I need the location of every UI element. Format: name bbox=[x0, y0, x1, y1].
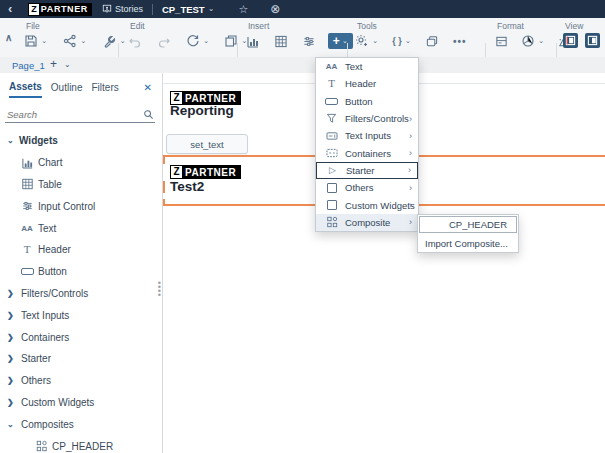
insert-chart-button[interactable] bbox=[244, 34, 262, 49]
insert-table-button[interactable] bbox=[272, 34, 290, 49]
menu-item-text[interactable]: AA Text bbox=[316, 58, 418, 75]
menu-item-button[interactable]: Button bbox=[316, 93, 418, 110]
document-title-caret-icon[interactable]: ⌄ bbox=[208, 4, 215, 13]
panel-resize-handle[interactable]: •••• bbox=[158, 281, 161, 297]
tree-group-filters-controls[interactable]: ❯ Filters/Controls bbox=[0, 283, 162, 305]
save-caret-icon[interactable]: ⌄ bbox=[41, 36, 47, 45]
lane2-header-title[interactable]: Test2 bbox=[170, 179, 204, 194]
search-icon bbox=[143, 109, 154, 120]
brand-logo: Z PARTNER bbox=[170, 165, 241, 179]
search-box[interactable] bbox=[5, 106, 155, 123]
toggle-right-panel-button[interactable] bbox=[585, 33, 600, 48]
document-title[interactable]: CP_TEST bbox=[162, 4, 205, 15]
chevron-down-icon[interactable]: ⌄ bbox=[7, 136, 17, 145]
menu-item-filters-controls[interactable]: Filters/Controls › bbox=[316, 110, 418, 127]
tree-group-others[interactable]: ❯ Others bbox=[0, 370, 162, 392]
tab-outline[interactable]: Outline bbox=[51, 82, 83, 97]
insert-add-button[interactable]: + ⌄ bbox=[328, 33, 353, 49]
chevron-right-icon[interactable]: ❯ bbox=[7, 289, 17, 298]
toggle-left-panel-button[interactable] bbox=[563, 33, 578, 48]
tree-group-custom-widgets[interactable]: ❯ Custom Widgets bbox=[0, 392, 162, 414]
add-page-caret-icon[interactable]: ⌄ bbox=[64, 60, 71, 69]
color-settings-button[interactable]: ⌄ bbox=[519, 33, 546, 49]
undo-button[interactable] bbox=[126, 34, 144, 49]
file-tools-button[interactable]: ⌄ bbox=[101, 33, 128, 49]
left-panel-icon bbox=[565, 35, 576, 46]
tree-item-cp-header[interactable]: CP_HEADER bbox=[0, 435, 162, 453]
input-control-icon bbox=[302, 35, 316, 48]
tree-item-label: Button bbox=[38, 266, 67, 277]
menu-item-containers[interactable]: Containers › bbox=[316, 144, 418, 161]
menu-item-text-inputs[interactable]: Text Inputs › bbox=[316, 127, 418, 144]
linked-analysis-caret-icon[interactable]: ⌄ bbox=[372, 36, 378, 45]
refresh-button[interactable]: ⌄ bbox=[184, 33, 211, 49]
tree-item-chart[interactable]: Chart bbox=[0, 152, 162, 174]
tree-item-text[interactable]: AA Text bbox=[0, 217, 162, 239]
search-input[interactable] bbox=[5, 108, 143, 121]
chevron-down-icon[interactable]: ⌄ bbox=[7, 420, 17, 429]
insert-input-control-button[interactable] bbox=[300, 34, 318, 49]
save-button[interactable]: ⌄ bbox=[22, 33, 49, 49]
plus-icon: + bbox=[333, 35, 340, 47]
color-settings-caret-icon[interactable]: ⌄ bbox=[538, 36, 544, 45]
menu-item-header[interactable]: T Header bbox=[316, 75, 418, 92]
brand-logo-name: PARTNER bbox=[41, 5, 88, 14]
tree-item-table[interactable]: Table bbox=[0, 174, 162, 196]
tree-item-button[interactable]: Button bbox=[0, 261, 162, 283]
submenu-arrow-icon: › bbox=[409, 200, 412, 210]
topbar-divider bbox=[152, 4, 153, 15]
submenu-item-import-composite[interactable]: Import Composite... bbox=[418, 234, 518, 252]
story-details-button[interactable] bbox=[493, 34, 510, 49]
menu-item-label: Header bbox=[345, 78, 376, 89]
share-button[interactable]: ⌄ bbox=[61, 33, 88, 49]
lane1-header-title[interactable]: Reporting bbox=[170, 103, 234, 118]
script-button[interactable]: { } ⌄ bbox=[390, 35, 413, 47]
table-icon bbox=[274, 35, 288, 48]
menu-item-custom-widgets[interactable]: Custom Widgets › bbox=[316, 196, 418, 213]
tree-group-starter[interactable]: ❯ Starter bbox=[0, 348, 162, 370]
chevron-right-icon[interactable]: ❯ bbox=[7, 333, 17, 342]
refresh-caret-icon[interactable]: ⌄ bbox=[203, 36, 209, 45]
menu-item-composite[interactable]: Composite › bbox=[316, 214, 418, 231]
linked-analysis-button[interactable]: ⌄ bbox=[353, 33, 380, 49]
group-label-insert: Insert bbox=[248, 21, 269, 31]
share-caret-icon[interactable]: ⌄ bbox=[80, 36, 86, 45]
favorite-star-icon[interactable]: ☆ bbox=[238, 3, 248, 16]
menu-item-others[interactable]: Others › bbox=[316, 179, 418, 196]
chevron-right-icon[interactable]: ❯ bbox=[7, 354, 17, 363]
lane2-selection-tick bbox=[163, 181, 165, 193]
tree-group-widgets[interactable]: ⌄ Widgets bbox=[0, 130, 162, 152]
redo-button[interactable] bbox=[155, 34, 173, 49]
cascade-windows-button[interactable] bbox=[423, 34, 441, 49]
wrench-icon bbox=[103, 34, 117, 48]
more-options-button[interactable]: ••• bbox=[451, 35, 469, 48]
add-page-button[interactable]: + bbox=[50, 57, 57, 71]
close-story-icon[interactable]: ⊗ bbox=[270, 2, 280, 16]
close-panel-icon[interactable]: ✕ bbox=[144, 82, 152, 93]
header-icon: T bbox=[328, 78, 335, 89]
tree-group-composites[interactable]: ⌄ Composites bbox=[0, 413, 162, 435]
chevron-right-icon[interactable]: ❯ bbox=[7, 311, 17, 320]
lane2-logo-widget[interactable]: Z PARTNER bbox=[170, 161, 241, 179]
tree-group-text-inputs[interactable]: ❯ Text Inputs bbox=[0, 304, 162, 326]
script-caret-icon[interactable]: ⌄ bbox=[405, 36, 411, 45]
tree-group-label: Composites bbox=[21, 419, 74, 430]
tree-group-containers[interactable]: ❯ Containers bbox=[0, 326, 162, 348]
tree-item-label: Text bbox=[38, 223, 56, 234]
file-tools-caret-icon[interactable]: ⌄ bbox=[120, 36, 126, 45]
menu-item-starter[interactable]: ▷ Starter › bbox=[316, 162, 418, 179]
chevron-right-icon[interactable]: ❯ bbox=[7, 376, 17, 385]
chevron-right-icon[interactable]: ❯ bbox=[7, 398, 17, 407]
tab-filters[interactable]: Filters bbox=[92, 82, 119, 97]
widget-tree: ⌄ Widgets Chart Table Input Control AA T… bbox=[0, 130, 162, 453]
tree-group-label: Others bbox=[21, 375, 51, 386]
collapse-toolbar-icon[interactable]: ∧ bbox=[5, 32, 12, 43]
tree-item-label: Chart bbox=[38, 157, 62, 168]
tab-assets[interactable]: Assets bbox=[9, 81, 42, 98]
set-text-button[interactable]: set_text bbox=[166, 134, 248, 154]
tree-item-header[interactable]: T Header bbox=[0, 239, 162, 261]
container-icon bbox=[326, 148, 338, 158]
tree-item-input-control[interactable]: Input Control bbox=[0, 195, 162, 217]
submenu-item-cp-header[interactable]: CP_HEADER bbox=[419, 216, 517, 233]
back-icon[interactable]: ‹ bbox=[8, 1, 12, 17]
